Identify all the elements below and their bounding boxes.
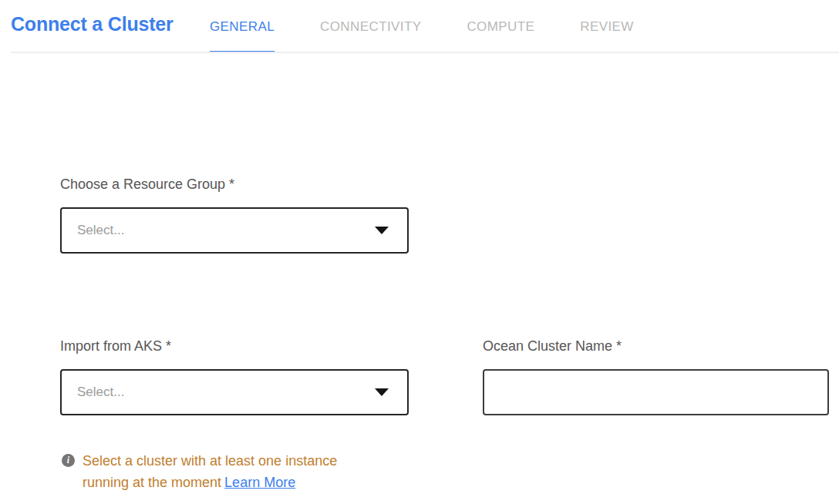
ocean-cluster-name-input[interactable] xyxy=(483,369,829,415)
ocean-cluster-name-label: Ocean Cluster Name * xyxy=(483,338,829,354)
wizard-tabs: GENERAL CONNECTIVITY COMPUTE REVIEW xyxy=(210,0,679,53)
resource-group-label: Choose a Resource Group * xyxy=(60,176,409,193)
import-aks-placeholder: Select... xyxy=(77,385,124,400)
ocean-cluster-name-field: Ocean Cluster Name * xyxy=(483,338,829,415)
info-note-text: Select a cluster with at least one insta… xyxy=(83,450,366,493)
tab-connectivity[interactable]: CONNECTIVITY xyxy=(320,0,421,53)
page-title: Connect a Cluster xyxy=(11,13,174,35)
resource-group-field: Choose a Resource Group * Select... xyxy=(60,176,409,254)
chevron-down-icon xyxy=(375,227,389,234)
chevron-down-icon xyxy=(375,388,389,396)
import-aks-select[interactable]: Select... xyxy=(60,369,409,415)
cluster-info-note: i Select a cluster with at least one ins… xyxy=(62,450,366,493)
import-aks-field: Import from AKS * Select... xyxy=(60,338,409,415)
header-divider xyxy=(11,52,839,53)
tab-review[interactable]: REVIEW xyxy=(580,0,633,53)
connect-cluster-page: Connect a Cluster GENERAL CONNECTIVITY C… xyxy=(0,0,839,504)
resource-group-select[interactable]: Select... xyxy=(60,207,409,254)
info-message: Select a cluster with at least one insta… xyxy=(83,453,337,490)
tab-general[interactable]: GENERAL xyxy=(210,0,275,53)
info-icon: i xyxy=(62,454,75,467)
import-aks-label: Import from AKS * xyxy=(60,338,409,354)
tab-compute[interactable]: COMPUTE xyxy=(467,0,534,53)
wizard-header: Connect a Cluster GENERAL CONNECTIVITY C… xyxy=(0,0,839,53)
resource-group-placeholder: Select... xyxy=(77,223,124,238)
learn-more-link[interactable]: Learn More xyxy=(224,475,295,490)
